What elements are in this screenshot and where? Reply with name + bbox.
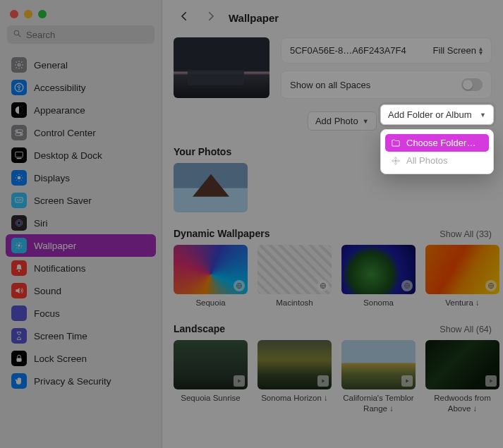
bell-icon [11, 260, 27, 276]
dynamic-show-all[interactable]: Show All (33) [440, 229, 492, 239]
add-photo-label: Add Photo [315, 116, 358, 126]
wallpaper-thumb [257, 245, 332, 294]
zoom-window-button[interactable] [38, 10, 47, 18]
wallpaper-item[interactable]: Ventura ↓ [425, 245, 499, 308]
wallpaper-item[interactable]: Redwoods from Above ↓ [425, 340, 499, 413]
back-button[interactable] [175, 8, 193, 28]
photos-icon [391, 156, 401, 166]
sidebar-item-label: Accessibility [34, 83, 86, 93]
sidebar-item-control-center[interactable]: Control Center [6, 121, 156, 144]
sidebar-item-label: Wallpaper [34, 241, 76, 251]
landscape-show-all[interactable]: Show All (64) [440, 325, 492, 334]
wallpaper-filename: 5CF0A56E-8…A6F243A7F4 [290, 45, 426, 56]
displays-icon [11, 170, 27, 186]
main-panel: Wallpaper 5CF0A56E-8…A6F243A7F4 Fill Scr… [162, 0, 503, 448]
lock-icon [11, 351, 27, 366]
wallpaper-item[interactable]: California's Temblor Range ↓ [341, 340, 416, 413]
globe-icon [401, 280, 413, 291]
minimize-window-button[interactable] [24, 10, 32, 18]
switches-icon [11, 125, 27, 140]
sidebar-item-privacy-security[interactable]: Privacy & Security [6, 370, 156, 392]
sidebar-item-notifications[interactable]: Notifications [6, 257, 156, 279]
accessibility-icon [11, 80, 27, 95]
add-folder-dropdown: Choose Folder… All Photos [380, 129, 494, 174]
wallpaper-item[interactable]: Sonoma [341, 245, 416, 308]
forward-button[interactable] [202, 8, 220, 28]
all-photos-item: All Photos [385, 152, 489, 169]
sidebar-item-label: Siri [34, 218, 48, 229]
sidebar-item-siri[interactable]: Siri [6, 212, 156, 234]
add-photo-button[interactable]: Add Photo ▼ [308, 111, 377, 131]
wallpaper-thumb [425, 245, 499, 294]
add-folder-button[interactable]: Add Folder or Album ▼ [380, 104, 494, 125]
sidebar-item-lock-screen[interactable]: Lock Screen [6, 347, 156, 370]
sidebar-item-label: Focus [34, 308, 60, 319]
search-field[interactable] [7, 25, 154, 44]
your-photos-title: Your Photos [174, 146, 231, 157]
sidebar-item-screen-saver[interactable]: Screen Saver [6, 189, 156, 212]
chevron-down-icon: ▼ [480, 111, 486, 119]
gear-icon [11, 57, 27, 73]
wallpaper-thumb [257, 340, 332, 389]
landscape-section: Landscape Show All (64) Sequoia SunriseS… [174, 323, 492, 413]
globe-icon [317, 280, 329, 291]
wallpaper-item[interactable]: Sequoia [174, 245, 248, 308]
your-photo-item[interactable] [174, 163, 248, 212]
sidebar-item-desktop-dock[interactable]: Desktop & Dock [6, 144, 156, 167]
sidebar-item-appearance[interactable]: Appearance [6, 99, 156, 121]
wallpaper-item[interactable]: Sonoma Horizon ↓ [257, 340, 332, 413]
dynamic-title: Dynamic Wallpapers [174, 228, 269, 239]
sidebar-item-label: General [34, 60, 68, 71]
sidebar-item-label: Appearance [34, 105, 85, 116]
globe-icon [234, 280, 245, 291]
hourglass-icon [11, 328, 27, 344]
play-icon [401, 375, 413, 387]
sidebar-item-sound[interactable]: Sound [6, 279, 156, 302]
sidebar-list: GeneralAccessibilityAppearanceControl Ce… [0, 51, 162, 448]
moon-icon [11, 305, 27, 321]
sidebar-item-wallpaper[interactable]: Wallpaper [6, 234, 156, 257]
sidebar-item-label: Displays [34, 173, 70, 183]
add-folder-label: Add Folder or Album [388, 109, 472, 120]
chevron-down-icon: ▼ [363, 118, 369, 125]
wallpaper-label: Sequoia Sunrise [181, 393, 240, 403]
sidebar-item-general[interactable]: General [6, 54, 156, 76]
chevron-updown-icon: ▴▾ [479, 47, 483, 55]
show-on-all-spaces-toggle[interactable] [461, 78, 483, 91]
wallpaper-label: Sonoma [363, 298, 394, 308]
sidebar-item-label: Lock Screen [34, 353, 87, 364]
choose-folder-label: Choose Folder… [406, 138, 475, 148]
siri-icon [11, 215, 27, 231]
wallpaper-name-row: 5CF0A56E-8…A6F243A7F4 Fill Screen ▴▾ [281, 37, 492, 63]
wallpaper-thumb [174, 340, 248, 389]
choose-folder-item[interactable]: Choose Folder… [385, 134, 489, 152]
sidebar-item-label: Notifications [34, 263, 86, 274]
wallpaper-item[interactable]: Macintosh [257, 245, 332, 308]
sidebar-item-label: Privacy & Security [34, 376, 111, 387]
dock-icon [11, 147, 27, 163]
sidebar: GeneralAccessibilityAppearanceControl Ce… [0, 0, 162, 448]
page-title: Wallpaper [229, 12, 279, 24]
wallpaper-thumb [341, 245, 416, 294]
sidebar-item-label: Screen Time [34, 331, 87, 341]
close-window-button[interactable] [10, 10, 18, 18]
play-icon [317, 375, 329, 387]
main-body: 5CF0A56E-8…A6F243A7F4 Fill Screen ▴▾ Sho… [162, 33, 503, 448]
wallpaper-thumb [174, 245, 248, 294]
sidebar-item-focus[interactable]: Focus [6, 302, 156, 325]
folder-icon [391, 138, 401, 148]
window-controls [0, 0, 162, 25]
wallpaper-label: California's Temblor Range ↓ [341, 393, 416, 413]
fill-mode-select[interactable]: Fill Screen ▴▾ [433, 45, 483, 56]
sidebar-item-screen-time[interactable]: Screen Time [6, 325, 156, 347]
wallpaper-label: Redwoods from Above ↓ [425, 393, 499, 413]
all-photos-label: All Photos [406, 155, 448, 166]
sidebar-item-accessibility[interactable]: Accessibility [6, 76, 156, 99]
sidebar-item-label: Screen Saver [34, 195, 92, 206]
add-folder-popover: Add Folder or Album ▼ Choose Folder… All… [380, 104, 494, 174]
wallpaper-label: Sonoma Horizon ↓ [261, 393, 328, 403]
search-input[interactable] [26, 30, 149, 40]
sidebar-item-displays[interactable]: Displays [6, 167, 156, 189]
wallpaper-item[interactable]: Sequoia Sunrise [174, 340, 248, 413]
current-wallpaper-preview[interactable] [174, 37, 269, 98]
